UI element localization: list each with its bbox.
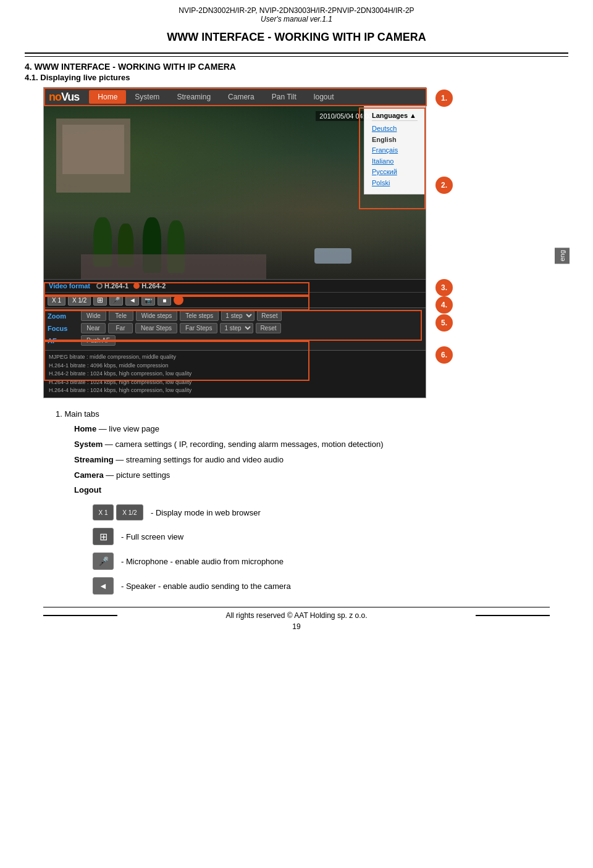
video-format-bar: Video format H.264-1 H.264-2 <box>44 279 426 292</box>
format-h264-1[interactable]: H.264-1 <box>96 282 128 290</box>
radio-h264-1 <box>96 283 103 289</box>
footer-copyright: All rights reserved © AAT Holding sp. z … <box>225 611 367 620</box>
controls-bar: X 1 X 1/2 ⊞ 🎤 ◄ 📷 ■ <box>44 292 426 307</box>
callout-1: 1. <box>435 90 453 107</box>
desc-camera: Camera — picture settings <box>56 469 537 482</box>
zoom-wide-steps-button[interactable]: Wide steps <box>136 311 177 321</box>
video-format-label: Video format <box>49 282 90 290</box>
lang-deutsch[interactable]: Deutsch <box>372 123 418 135</box>
format-options: H.264-1 H.264-2 <box>96 282 166 290</box>
focus-step-select[interactable]: 1 step 2 step 5 step <box>220 323 253 333</box>
nav-tab-camera[interactable]: Camera <box>219 90 263 104</box>
format-h264-2[interactable]: H.264-2 <box>133 282 166 290</box>
page-wrapper: NVIP-2DN3002H/IR-2P, NVIP-2DN3003H/IR-2P… <box>0 0 593 656</box>
camera-ui-mockup: noVus Home System Streaming Camera Pan T… <box>43 87 426 398</box>
lang-italiano[interactable]: Italiano <box>372 156 418 167</box>
nav-tab-home[interactable]: Home <box>89 90 126 104</box>
screenshot-wrapper: noVus Home System Streaming Camera Pan T… <box>43 87 550 398</box>
bitrate-h264-1: H.264-1 bitrate : 4096 kbps, middle comp… <box>49 362 421 370</box>
zoom-tele-button[interactable]: Tele <box>109 311 133 321</box>
ptz-focus-row: Focus Near Far Near Steps Far Steps 1 st… <box>48 323 422 333</box>
nav-tab-pantilt[interactable]: Pan Tilt <box>263 90 305 104</box>
zoom-x12-button[interactable]: X 1/2 <box>68 295 91 306</box>
record-button[interactable] <box>174 295 183 305</box>
footer-line-right <box>476 615 550 616</box>
bitrate-h264-4: H.264-4 bitrate : 1024 kbps, high compre… <box>49 386 421 395</box>
desc-intro: 1. Main tabs <box>56 408 537 421</box>
btn-desc-mic: 🎤 - Microphone - enable audio from micro… <box>93 553 537 570</box>
ptz-zoom-row: Zoom Wide Tele Wide steps Tele steps 1 s… <box>48 311 422 321</box>
nav-tab-logout[interactable]: logout <box>305 90 343 104</box>
nav-tab-streaming[interactable]: Streaming <box>168 90 219 104</box>
display-btns: X 1 X 1/2 <box>93 504 143 520</box>
bitrate-h264-2: H.264-2 bitrate : 1024 kbps, high compre… <box>49 370 421 378</box>
focus-far-steps-button[interactable]: Far Steps <box>180 323 217 333</box>
desc-home: Home — live view page <box>56 423 537 436</box>
model-line: NVIP-2DN3002H/IR-2P, NVIP-2DN3003H/IR-2P… <box>25 6 568 15</box>
lang-english[interactable]: English <box>372 135 418 146</box>
lang-russian[interactable]: Русский <box>372 167 418 178</box>
lang-francais[interactable]: Français <box>372 145 418 156</box>
radio-h264-2 <box>133 283 140 289</box>
speaker-button-img: ◄ <box>93 577 114 595</box>
focus-near-steps-button[interactable]: Near Steps <box>135 323 177 333</box>
push-af-button[interactable]: Push AF <box>81 335 116 346</box>
building-2 <box>62 125 124 174</box>
microphone-button[interactable]: 🎤 <box>109 294 123 306</box>
mic-button-img: 🎤 <box>93 553 114 570</box>
desc-logout: Logout <box>56 484 537 497</box>
callout-6: 6. <box>435 346 453 364</box>
stop-button[interactable]: ■ <box>158 294 171 306</box>
doc-header: NVIP-2DN3002H/IR-2P, NVIP-2DN3003H/IR-2P… <box>25 0 568 26</box>
nav-bar: noVus Home System Streaming Camera Pan T… <box>44 88 426 106</box>
lang-title: Languages ▲ <box>372 112 418 121</box>
bitrate-mjpeg: MJPEG bitrate : middle compression, midd… <box>49 353 421 362</box>
btn-desc-fullscreen: ⊞ - Full screen view <box>93 528 537 545</box>
callout-3: 3. <box>435 279 453 296</box>
footer-line-left <box>43 615 117 616</box>
bitrate-h264-3: H.264-3 bitrate : 1024 kbps, high compre… <box>49 378 421 387</box>
af-label: AF <box>48 337 78 344</box>
zoom-wide-button[interactable]: Wide <box>81 311 106 321</box>
fullscreen-button-img: ⊞ <box>93 528 114 545</box>
manual-line: User's manual ver.1.1 <box>25 15 568 23</box>
x12-button-img: X 1/2 <box>116 504 143 520</box>
focus-label: Focus <box>48 325 78 332</box>
page-title: WWW INTERFACE - WORKING WITH IP CAMERA <box>25 26 568 50</box>
fullscreen-button[interactable]: ⊞ <box>93 294 107 306</box>
lang-polski[interactable]: Polski <box>372 178 418 189</box>
car <box>314 248 351 264</box>
focus-far-button[interactable]: Far <box>108 323 133 333</box>
subsection-title: 4.1. Displaying live pictures <box>25 73 568 82</box>
divider-top <box>25 52 568 54</box>
page-number: 19 <box>292 622 300 631</box>
x1-button-img: X 1 <box>93 504 114 520</box>
format-label-1: H.264-1 <box>104 282 128 290</box>
focus-near-button[interactable]: Near <box>81 323 106 333</box>
focus-reset-button[interactable]: Reset <box>256 323 280 333</box>
desc-system: System — camera settings ( IP, recording… <box>56 438 537 451</box>
divider-thin <box>25 56 568 57</box>
video-area: 2010/05/04 04:03 Languages ▲ Deutsch Eng… <box>44 106 426 279</box>
zoom-x1-button[interactable]: X 1 <box>48 295 65 306</box>
zoom-reset-button[interactable]: Reset <box>257 311 282 321</box>
language-panel: Languages ▲ Deutsch English Français Ita… <box>364 106 426 194</box>
zoom-tele-steps-button[interactable]: Tele steps <box>180 311 219 321</box>
desc-fullscreen: - Full screen view <box>121 532 183 541</box>
format-label-2: H.264-2 <box>141 282 166 290</box>
eng-tab: eng <box>555 248 570 264</box>
callout-4: 4. <box>435 296 453 314</box>
bitrate-info: MJPEG bitrate : middle compression, midd… <box>44 350 426 398</box>
zoom-step-select[interactable]: 1 step 2 step 5 step <box>221 311 254 321</box>
speaker-button[interactable]: ◄ <box>125 294 139 306</box>
btn-desc-speaker: ◄ - Speaker - enable audio sending to th… <box>93 577 537 595</box>
nav-tab-system[interactable]: System <box>126 90 168 104</box>
section-title: 4. WWW INTERFACE - WORKING WITH IP CAMER… <box>25 62 568 72</box>
snapshot-button[interactable]: 📷 <box>141 294 155 306</box>
desc-display-mode: - Display mode in web browser <box>151 508 261 517</box>
desc-streaming: Streaming — streaming settings for audio… <box>56 454 537 467</box>
callout-5: 5. <box>435 314 453 332</box>
road <box>81 254 266 279</box>
desc-mic: - Microphone - enable audio from microph… <box>121 557 284 566</box>
description-section: 1. Main tabs Home — live view page Syste… <box>43 408 550 595</box>
